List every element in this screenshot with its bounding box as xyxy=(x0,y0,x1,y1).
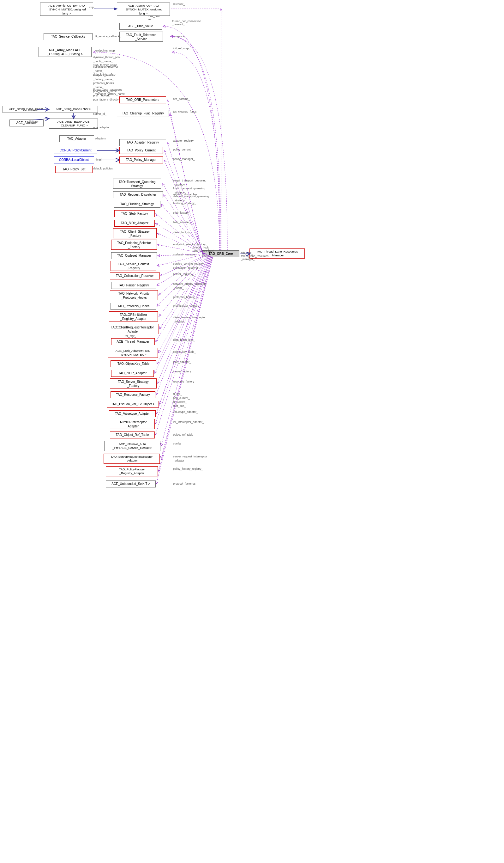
edge-label-endpoint-selector-factory: endpoint_selector_factory_ xyxy=(173,243,207,246)
edge-label-policy-manager: policy_manager_ xyxy=(173,158,195,161)
edge-label-stub-factory: stub_factory_ xyxy=(173,211,190,214)
node-tao-orb-initializer-registry-adapter: TAO::ORBInitializer_Registry_Adapter xyxy=(109,311,158,322)
edge-label-codeset-manager: codeset_manager_ xyxy=(173,253,197,256)
edge-label-impl-policy-manager: impl_ xyxy=(96,158,103,161)
edge-label-allocator2: allocator_ xyxy=(28,120,40,123)
edge-label-client-factory: client_factory_ xyxy=(173,231,191,234)
svg-line-28 xyxy=(156,257,210,395)
node-tao-service-context-registry: TAO_Service_Context_Registry xyxy=(111,261,156,271)
edge-label-adapter-registry: adapter_registry_ xyxy=(173,139,195,142)
edge-label-impl1: impl_ xyxy=(89,6,96,9)
diagram-arrows xyxy=(0,0,504,863)
node-tao-adapter-registry: TAO_Adapter_Registry xyxy=(119,139,166,146)
edge-label-server-factory: server_factory_ xyxy=(173,370,193,373)
node-tao-pseudo-var-t-object: TAO_Pseudo_Var_T< Object > xyxy=(107,401,159,408)
node-tao-policy-factory-registry-adapter: TAO::PolicyFactory_Registry_Adapter xyxy=(106,466,158,476)
edge-label-zero: zero xyxy=(148,18,154,21)
edge-label-tss-cleanup-funcs: tss_cleanup_funcs_ xyxy=(173,110,198,113)
node-corba-policy-current: CORBA::PolicyCurrent xyxy=(54,147,97,154)
node-tao-ior-interceptor-adapter: TAO::IORInterceptor_Adapter xyxy=(110,419,155,429)
svg-line-25 xyxy=(157,256,209,364)
node-ace-lock-adapter-synch-mutex: ACE_Lock_Adapter< TAO_SYNCH_MUTEX > xyxy=(108,348,158,358)
node-tao-server-strategy-factory: TAO_Server_Strategy_Factory xyxy=(110,378,157,388)
edge-label-thr-mgr: thr_mgr_ xyxy=(125,335,136,338)
edge-label-eager-transport-queueing-strategy: eager_transport_queueing_strategy_flush_… xyxy=(173,179,209,203)
node-tao-network-priority-protocols-hooks: TAO_Network_Priority_Protocols_Hooks xyxy=(110,290,158,300)
edge-label-object-ref-table: object_ref_table_ xyxy=(173,433,195,436)
node-tao-cleanup-func-registry: TAO_Cleanup_Func_Registry xyxy=(117,110,169,117)
node-tao-ziop-adapter: TAO_ZIOP_Adapter xyxy=(111,370,154,377)
svg-line-30 xyxy=(156,257,211,414)
node-tao-collocation-resolver: TAO_Collocation_Resolver xyxy=(110,273,160,279)
edge-label-poa-adapter: poa_adapter_ xyxy=(93,126,111,129)
node-tao-request-dispatcher: TAO_Request_Dispatcher xyxy=(113,191,163,198)
node-tao-policy-manager: TAO_Policy_Manager xyxy=(119,157,163,163)
node-tao-client-strategy-factory: TAO_Client_Strategy_Factory xyxy=(113,228,157,238)
edge-label-refcount: refcount_ xyxy=(173,2,185,6)
edge-label-ft-service: ft_service_ xyxy=(172,35,186,38)
edge-label-policy-factory-registry: policy_factory_registry_ xyxy=(173,467,203,471)
node-tao-protocols-hooks: TAO_Protocols_Hooks xyxy=(111,303,156,310)
edge-label-orbinitializer-registry: orbinitializer_registry_ xyxy=(173,304,201,307)
edge-label-data-block-lock: data_block_lock_ xyxy=(173,338,195,341)
edge-label-request-dispatcher: request_dispatcher_ xyxy=(173,193,199,196)
node-ace-unbounded-set-t: ACE_Unbounded_Set< T > xyxy=(106,480,156,487)
node-ace-time-value: ACE_Time_Value xyxy=(119,23,162,30)
node-ace-atomic-op-synch-mutex-ul2: ACE_Atomic_Op< TAO_SYNCH_MUTEX, unsigned… xyxy=(117,2,170,16)
edge-label-resource-factory: resource_factory_ xyxy=(173,380,196,383)
node-tao-resource-factory: TAO_Resource_Factory xyxy=(111,391,155,398)
edge-label-protocols-hooks: protocols_hooks_ xyxy=(173,296,195,299)
edge-label-policy-current: policy_current_ xyxy=(173,148,192,151)
edge-label-bidir-adapter: bidir_adapter_ xyxy=(173,221,191,224)
edge-label-pref-network-poa-factory-directive: pref_network_poa_factory_directive_ xyxy=(93,93,122,101)
edge-label-orb-core-thread-lane-resources-manager: orb_core_thread_lane_resources_manager_ xyxy=(241,251,268,261)
edge-label-server-request-interceptor-adapter: server_request_interceptor_adapter_ xyxy=(173,454,207,462)
edge-label-default-policies: default_policies_ xyxy=(93,167,114,170)
node-tao-fault-tolerance-service: TAO_Fault_Tolerance_Service xyxy=(119,32,163,42)
edge-label-ft-service-callback: ft_service_callback_ xyxy=(95,35,121,38)
edge-label-timeout-hook-sync-scope-hook: timeout_hook_sync_scope_hook_ xyxy=(193,246,216,252)
node-ace-intrusive-auto-ptr-ace-service-gestalt: ACE_Intrusive_Auto_Ptr< ACE_Service_Gest… xyxy=(104,441,160,451)
svg-line-7 xyxy=(164,160,204,254)
edge-label-rt-orb-poa-current-rt-current-root-poa: rt_orb_poa_current_rt_current_root_poa_ xyxy=(173,392,190,408)
node-tao-stub-factory: TAO_Stub_Factory xyxy=(114,210,155,217)
edge-label-ziop-adapter: ziop_adapter_ xyxy=(173,360,191,364)
edge-label-server-id: server_id_ xyxy=(93,112,106,115)
node-tao-adapter: TAO_Adapter xyxy=(60,135,94,142)
node-tao-client-request-interceptor-adapter: TAO::ClientRequestInterceptor_Adapter xyxy=(106,324,159,334)
edge-label-init-ref-map: init_ref_map_ xyxy=(173,47,191,50)
node-tao-parser-registry: TAO_Parser_Registry xyxy=(111,282,156,289)
edge-label-orb-params: orb_params_ xyxy=(173,97,190,101)
node-tao-object-ref-table: TAO_Object_Ref_Table xyxy=(110,432,155,438)
node-ace-array-base-cleanup: ACE_Array_Base< ACE_CLEANUP_FUNC > xyxy=(49,118,98,129)
edge-label-ior-interceptor-adapter: ior_interceptor_adapter_ xyxy=(173,421,204,424)
node-ace-string-base-char: ACE_String_Base< char > xyxy=(49,106,98,113)
diagram-container: ACE_Atomic_Op_Ex< TAO_SYNCH_MUTEX, unsig… xyxy=(0,0,504,863)
edge-label-allocator1: allocator_ xyxy=(28,108,40,111)
edge-label-config: config_ xyxy=(173,442,182,445)
edge-label-network-priority-protocols-hooks: network_priority_protocols_hooks_ xyxy=(173,282,206,290)
edge-label-protocol-factories: protocol_factories_ xyxy=(173,482,197,485)
node-tao-flushing-strategy: TAO_Flushing_Strategy xyxy=(114,201,160,208)
edge-label-object-key-table: object_key_table_ xyxy=(173,350,196,353)
edge-label-client-request-interceptor-adapter: client_request_interceptor_adapter_ xyxy=(173,315,206,323)
edge-label-adapters: adapters_ xyxy=(95,137,107,140)
edge-label-flushing-strategy: flushing_strategy_ xyxy=(173,202,196,205)
node-tao-orb-parameters: TAO_ORB_Parameters xyxy=(119,97,166,103)
edge-label-valuetype-adapter: valuetype_adapter_ xyxy=(173,410,198,413)
node-tao-valuetype-adapter: TAO_Valuetype_Adapter xyxy=(109,410,156,417)
node-tao-codeset-manager: TAO_Codeset_Manager xyxy=(111,252,157,259)
edge-label-endpoints-map: endpoints_map_ xyxy=(95,49,117,52)
node-ace-array-map: ACE_Array_Map< ACE_CString, ACE_CString … xyxy=(39,47,92,57)
node-tao-endpoint-selector-factory: TAO_Endpoint_Selector_Factory xyxy=(111,240,157,250)
svg-line-18 xyxy=(157,254,207,286)
node-tao-service-callbacks: TAO_Service_Callbacks xyxy=(43,33,92,40)
edge-label-max-time: max_time xyxy=(148,14,160,18)
edge-label-parser-registry: parser_registry_ xyxy=(173,273,194,276)
node-ace-thread-manager: ACE_Thread_Manager xyxy=(111,338,155,345)
node-corba-local-object: CORBA::LocalObject xyxy=(54,157,94,163)
node-tao-bidir-adapter: TAO_BiDir_Adapter xyxy=(114,220,155,227)
node-ace-string-base-const: ACE_String_Base_Const xyxy=(2,106,49,113)
node-ace-atomic-op-ex-synch-mutex-ul1: ACE_Atomic_Op_Ex< TAO_SYNCH_MUTEX, unsig… xyxy=(40,2,93,16)
node-tao-server-request-interceptor-adapter: TAO::ServerRequestInterceptor_Adapter xyxy=(104,454,160,464)
